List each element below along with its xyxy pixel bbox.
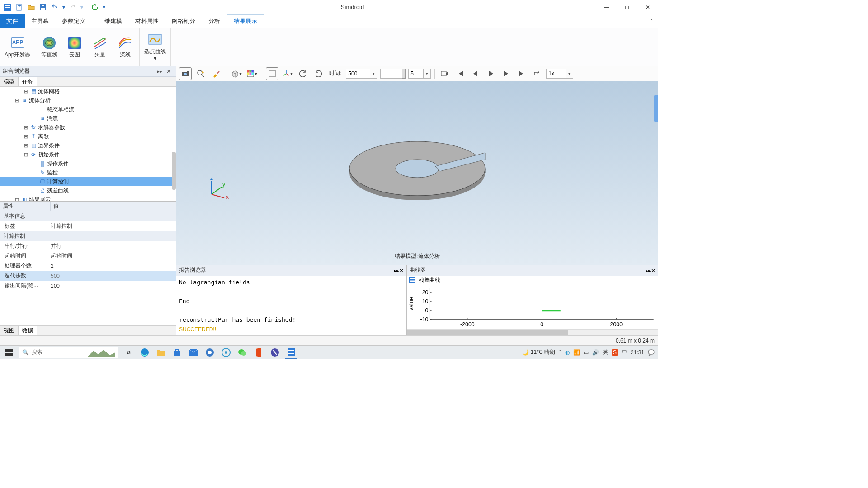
tab-view[interactable]: 视图 — [0, 326, 19, 335]
time-input[interactable]: 500 — [346, 69, 370, 79]
btn-contour-line[interactable]: 等值线 — [40, 35, 59, 58]
prop-value[interactable]: 计算控制 — [51, 222, 176, 230]
prop-row[interactable]: 标签计算控制 — [0, 221, 176, 231]
tree-tab-task[interactable]: 任务 — [19, 77, 37, 86]
tray-app-icon[interactable]: ◐ — [565, 349, 570, 356]
last-icon[interactable] — [515, 67, 528, 80]
loop-icon[interactable] — [531, 67, 543, 80]
ime1[interactable]: 英 — [603, 348, 608, 356]
rubik-icon[interactable]: ▾ — [245, 67, 258, 80]
battery-icon[interactable]: ▭ — [584, 349, 589, 356]
tree-tab-model[interactable]: 模型 — [0, 77, 19, 86]
prop-value[interactable]: 并行 — [51, 242, 176, 250]
tree-node[interactable]: ⊞▦流体网格 — [0, 87, 176, 96]
ribbon-collapse[interactable]: ⌃ — [645, 14, 658, 28]
prop-row[interactable]: 串行/并行并行 — [0, 241, 176, 251]
undo-dd-icon[interactable]: ▾ — [61, 2, 66, 12]
tree-node[interactable]: 🖨残差曲线 — [0, 186, 176, 195]
next-icon[interactable] — [500, 67, 513, 80]
chart-hscroll[interactable] — [407, 329, 658, 335]
cube-icon[interactable]: ▾ — [230, 67, 243, 80]
tab-material[interactable]: 材料属性 — [129, 14, 165, 28]
prop-row[interactable]: 迭代步数 — [0, 271, 176, 281]
panel-expand-icon[interactable]: ▸▸ — [394, 267, 399, 274]
app-icon[interactable] — [3, 2, 13, 12]
tree-node[interactable]: ⊟◧结果展示 — [0, 195, 176, 202]
panel-close-icon[interactable]: ✕ — [399, 267, 404, 274]
tree-body[interactable]: ⊞▦流体网格⊟≋流体分析⊢稳态单相流≋湍流⊞fx求解器参数⊞⤒离散⊞▥边界条件⊞… — [0, 87, 176, 202]
new-icon[interactable]: + — [14, 2, 24, 12]
panel-close-icon[interactable]: ✕ — [651, 267, 656, 274]
clock[interactable]: 21:31 — [631, 349, 644, 356]
prop-row[interactable]: 处理器个数2 — [0, 261, 176, 271]
panel-expand-icon[interactable]: ▸▸ — [155, 68, 164, 75]
ime-sogou-icon[interactable]: S — [612, 349, 618, 356]
prop-value[interactable]: 100 — [51, 283, 176, 289]
tree-node[interactable]: ⊢稳态单相流 — [0, 105, 176, 114]
play-icon[interactable] — [485, 67, 497, 80]
prop-value[interactable] — [51, 273, 176, 279]
btn-pick-curve[interactable]: 选点曲线▾ — [144, 32, 166, 61]
edge-icon[interactable] — [138, 346, 151, 359]
speed-dd-icon[interactable]: ▾ — [566, 69, 573, 79]
btn-streamline[interactable]: 流线 — [116, 35, 135, 58]
wifi-icon[interactable]: 📶 — [573, 349, 580, 356]
tree-node[interactable]: |‖操作条件 — [0, 159, 176, 168]
tree-scrollbar[interactable] — [172, 152, 176, 190]
viewport-3d[interactable]: z x y 结果模型:流体分析 — [176, 81, 658, 265]
expand-icon[interactable]: ⊞ — [23, 134, 29, 140]
mail-icon[interactable] — [187, 346, 200, 359]
search-lightning-icon[interactable] — [194, 67, 207, 80]
speed-input[interactable]: 1x — [546, 69, 566, 79]
prop-value[interactable]: 2 — [51, 263, 176, 269]
frame-input[interactable]: 5 — [408, 69, 424, 79]
edge2-icon[interactable] — [203, 346, 216, 359]
weather[interactable]: 🌙11°C 晴朗 — [522, 348, 555, 356]
office-icon[interactable] — [252, 346, 265, 359]
btn-vector[interactable]: 矢量 — [90, 35, 109, 58]
prop-row[interactable]: 输出间隔(稳...100 — [0, 281, 176, 291]
volume-icon[interactable]: 🔊 — [592, 349, 599, 356]
rotate-ccw-icon[interactable] — [297, 67, 309, 80]
slider[interactable] — [380, 69, 406, 79]
close-button[interactable]: ✕ — [637, 0, 658, 14]
panel-expand-icon[interactable]: ▸▸ — [646, 267, 651, 274]
prop-value[interactable]: 起始时间 — [51, 252, 176, 260]
task-view-icon[interactable]: ⧉ — [122, 346, 135, 359]
expand-icon[interactable]: ⊞ — [23, 143, 29, 149]
tab-file[interactable]: 文件 — [0, 14, 25, 28]
expand-icon[interactable]: ⊞ — [23, 125, 29, 131]
tree-node[interactable]: ⊞⟳初始条件 — [0, 150, 176, 159]
prop-row[interactable]: 起始时间起始时间 — [0, 251, 176, 261]
time-dd-icon[interactable]: ▾ — [370, 69, 377, 79]
tree-node[interactable]: ⊟≋流体分析 — [0, 96, 176, 105]
tab-analysis[interactable]: 分析 — [202, 14, 227, 28]
btn-cloud[interactable]: 云图 — [65, 35, 84, 58]
notifications-icon[interactable]: 💬 — [648, 349, 655, 356]
start-icon[interactable] — [0, 346, 18, 359]
tab-result[interactable]: 结果展示 — [227, 14, 264, 28]
viewport-handle[interactable] — [654, 95, 658, 122]
expand-icon[interactable]: ⊞ — [23, 152, 29, 158]
tab-data[interactable]: 数据 — [19, 326, 37, 335]
save-icon[interactable] — [38, 2, 48, 12]
tab-mesh[interactable]: 网格剖分 — [165, 14, 202, 28]
explorer-icon[interactable] — [155, 346, 167, 359]
refresh-dd-icon[interactable]: ▾ — [102, 2, 106, 12]
expand-icon[interactable]: ⊟ — [14, 197, 20, 202]
maximize-button[interactable]: ◻ — [617, 0, 637, 14]
tree-node[interactable]: ⊞fx求解器参数 — [0, 123, 176, 132]
tree-node[interactable]: ⊞▥边界条件 — [0, 141, 176, 150]
simdroid-task-icon[interactable] — [285, 346, 297, 359]
first-icon[interactable] — [454, 67, 467, 80]
tree-node[interactable]: 🖵计算控制 — [0, 177, 176, 186]
frame-dd-icon[interactable]: ▾ — [424, 69, 431, 79]
expand-icon[interactable]: ⊟ — [14, 98, 20, 103]
rotate-cw-icon[interactable] — [312, 67, 325, 80]
tab-home[interactable]: 主屏幕 — [25, 14, 56, 28]
tab-2d[interactable]: 二维建模 — [92, 14, 129, 28]
undo-icon[interactable] — [50, 2, 60, 12]
tree-node[interactable]: ✎监控 — [0, 168, 176, 177]
ime2[interactable]: 中 — [622, 348, 627, 356]
taskbar-search[interactable]: 🔍 搜索 — [19, 347, 118, 358]
